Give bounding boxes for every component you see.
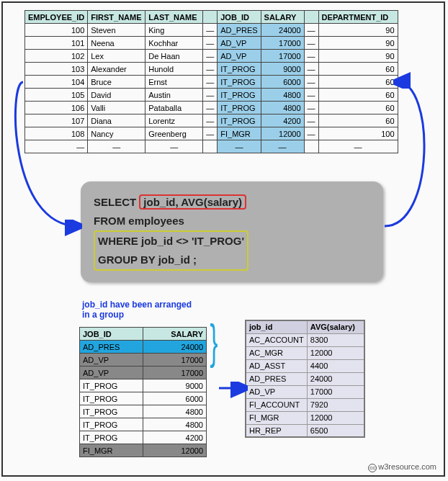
footer-credit: ccw3resource.com (368, 462, 436, 472)
footer-text: w3resource.com (378, 462, 436, 471)
cc-icon: cc (368, 464, 377, 472)
flow-arrows (3, 3, 447, 478)
